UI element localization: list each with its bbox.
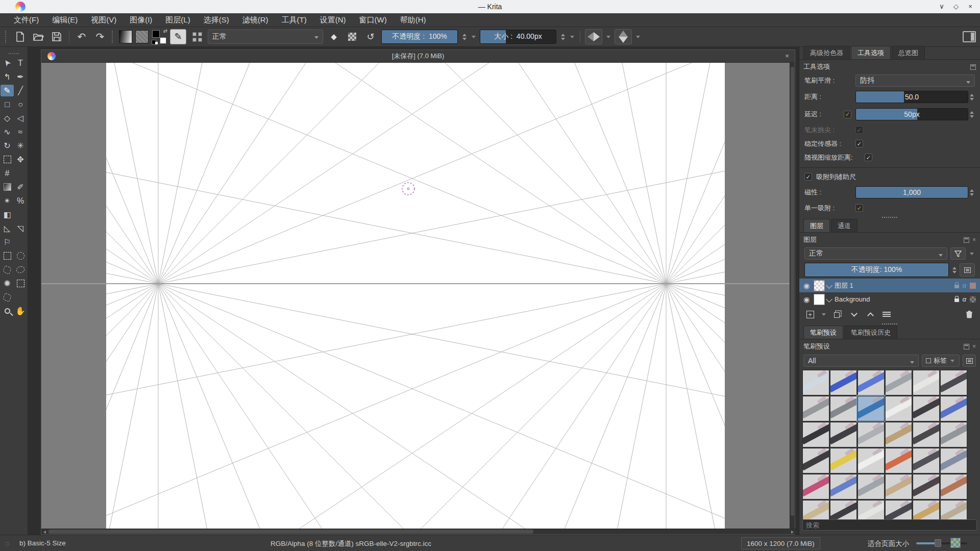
brush-preset-29[interactable] [940,474,967,499]
menu-item-1[interactable]: 编辑(E) [45,13,84,27]
bezier-select-tool[interactable] [1,291,14,303]
menu-item-8[interactable]: 设置(N) [313,13,353,27]
toolbar-grip[interactable] [5,31,8,43]
magic-wand-select-tool[interactable]: ✺ [1,278,14,289]
brush-preset-17[interactable] [940,422,967,447]
gradient-tool[interactable] [1,181,14,193]
inherit-alpha-icon[interactable] [970,283,976,289]
freehand-path-tool[interactable]: ≈ [14,126,27,138]
toolbox-grip[interactable] [9,53,19,54]
tab-overview[interactable]: 总览图 [892,46,925,59]
lock-icon[interactable] [954,298,959,302]
tab-brush-presets-history[interactable]: 笔刷预设历史 [844,325,897,339]
blending-mode-select[interactable]: 正常 [208,30,323,44]
brush-preset-21[interactable] [885,448,912,473]
scale-with-view-checkbox[interactable]: ✓ [865,154,872,161]
layer-blend-mode-select[interactable]: 正常 [804,247,947,260]
transform-tool[interactable] [1,154,14,165]
swap-colors-icon[interactable]: ⇄ [163,28,167,34]
snap-to-assistants-checkbox[interactable]: ✓ [804,173,812,181]
brush-preset-26[interactable] [857,474,885,499]
layer-thumbnail[interactable] [814,280,825,291]
shape-select-tool[interactable]: ➤ [1,57,14,69]
ruler-assistant-tool[interactable]: ◹ [14,222,27,234]
delay-checkbox[interactable]: ✓ [844,111,851,118]
layer-filter-button[interactable] [950,247,966,260]
polygon-tool[interactable]: ◇ [1,112,14,124]
brush-preset-24[interactable] [802,474,829,499]
tab-tool-options[interactable]: 工具选项 [851,46,891,59]
menu-item-5[interactable]: 选择(S) [197,13,236,27]
fill-tool[interactable]: ◧ [1,209,14,220]
alpha-lock-icon[interactable]: α [963,295,966,303]
brush-preset-8[interactable] [857,396,885,421]
brush-preset-27[interactable] [885,474,912,499]
foreground-background-colors[interactable]: ⇄ [152,29,167,44]
menu-item-9[interactable]: 窗口(W) [352,13,393,27]
layer-row-layer1[interactable]: ◉ 图层 1 α [799,279,980,292]
assistants-tool[interactable]: ◺ [1,222,14,234]
add-layer-button[interactable]: + [804,309,816,319]
alpha-lock-icon[interactable]: α [963,282,966,289]
tab-advanced-color-selector[interactable]: 高级拾色器 [803,46,850,59]
float-docker-icon[interactable] [964,237,969,243]
scroll-left-icon[interactable] [43,531,46,534]
opacity-spinner[interactable] [461,30,468,44]
preserve-alpha-button[interactable] [345,29,360,44]
layer-name[interactable]: Background [835,295,951,303]
tab-layers[interactable]: 图层 [803,219,830,232]
pan-tool[interactable]: ✋ [14,305,27,317]
redo-button[interactable]: ↷ [92,29,108,44]
menu-item-10[interactable]: 帮助(H) [394,13,433,27]
multibrush-tool[interactable]: ✳ [14,140,27,152]
brush-preset-18[interactable] [802,448,829,473]
rectangle-tool[interactable]: □ [1,98,14,110]
undo-button[interactable]: ↶ [74,29,89,44]
calligraphy-tool[interactable]: ✒ [14,71,27,83]
delay-slider[interactable]: 50px [855,108,968,120]
background-color-swatch[interactable] [160,37,166,44]
brush-preset-19[interactable] [830,448,857,473]
layer-name[interactable]: 图层 1 [835,281,951,290]
mirror-vertical-button[interactable] [615,29,632,44]
layer-visibility-icon[interactable]: ◉ [802,282,811,290]
float-docker-icon[interactable] [970,64,976,70]
ellipse-select-tool[interactable] [14,250,27,262]
opacity-slider[interactable]: 不透明度 : 100% [381,30,458,44]
reference-images-tool[interactable]: ⚐ [1,236,14,248]
freehand-select-tool[interactable] [14,264,27,276]
brush-preset-14[interactable] [857,422,885,447]
edit-shapes-tool[interactable]: ↰ [1,71,14,83]
chevron-down-icon[interactable] [606,36,610,38]
preset-tag-filter-select[interactable]: All [803,355,919,367]
chevron-down-icon[interactable] [822,313,826,316]
canvas-vertical-scrollbar[interactable] [790,63,795,529]
canvas-viewport[interactable] [41,63,791,529]
snap-single-checkbox[interactable]: ✓ [855,204,863,212]
save-button[interactable] [49,29,64,44]
brush-preset-3[interactable] [885,370,912,395]
toolbar-grip[interactable] [112,31,115,43]
menu-item-4[interactable]: 图层(L) [159,13,197,27]
move-layer-down-button[interactable] [848,309,860,319]
bezier-curve-tool[interactable]: ∿ [1,126,14,138]
brush-preset-25[interactable] [830,474,857,499]
brush-preset-20[interactable] [857,448,885,473]
brush-editor-button[interactable]: ✎ [170,29,186,44]
tab-channels[interactable]: 通道 [831,219,857,232]
status-zoom-mode[interactable]: 适合页面大小 [868,539,909,548]
mirror-horizontal-button[interactable] [585,29,602,44]
lock-icon[interactable] [954,285,959,288]
brush-preset-7[interactable] [830,396,857,421]
zoom-slider-handle[interactable] [935,539,941,547]
tag-button[interactable]: 标签 [922,355,960,367]
brush-preset-23[interactable] [940,448,967,473]
similar-color-select-tool[interactable] [14,278,27,289]
document-close-button[interactable]: × [782,52,792,61]
close-docker-icon[interactable]: × [972,344,976,349]
distance-slider[interactable]: 50.0 [855,91,968,103]
polygon-select-tool[interactable] [1,264,14,276]
preset-display-mode-button[interactable] [963,355,976,367]
pattern-chooser[interactable] [135,30,149,43]
size-spinner[interactable] [559,30,566,44]
